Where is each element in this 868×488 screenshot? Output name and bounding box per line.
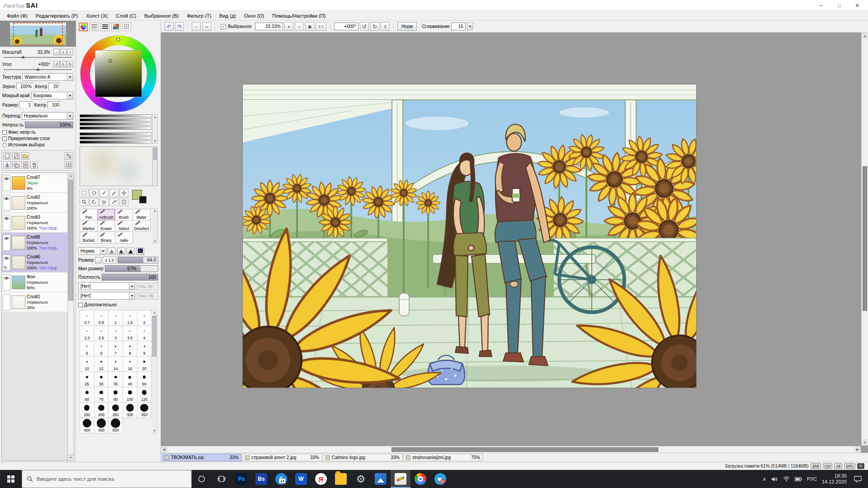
nav-angle-slider[interactable] — [4, 68, 72, 71]
tool-button[interactable]: Pen — [80, 209, 98, 221]
layer-thumbnail[interactable] — [12, 256, 25, 269]
scrollbar-thumb[interactable] — [863, 166, 867, 311]
mixer-strip[interactable] — [80, 132, 151, 136]
vertical-scrollbar[interactable]: ▲ ▼ — [861, 33, 868, 446]
smoothing-field[interactable]: 15 — [451, 23, 466, 30]
document-tab[interactable]: Calmins logo.jpg 33% — [323, 454, 402, 461]
taskbar-app[interactable] — [331, 470, 351, 488]
task-view-button[interactable] — [212, 470, 231, 488]
layer-row[interactable]: ✎ Слой3 Нормально 100% ТексЭфф — [2, 213, 67, 233]
brush-size-option[interactable]: 1.5 — [123, 310, 137, 326]
color-scratchpad[interactable] — [80, 146, 158, 186]
merge-down-button[interactable] — [12, 161, 20, 169]
scroll-down-icon[interactable]: ▼ — [153, 139, 157, 143]
menu-item[interactable]: Вид (д) — [215, 12, 240, 19]
menu-item[interactable]: Редактировать (Р) — [32, 12, 82, 19]
layer-thumbnail[interactable] — [12, 176, 25, 190]
layer-visibility-toggle[interactable]: ✎ — [3, 235, 10, 251]
brush-size-option[interactable]: 300 — [123, 403, 137, 418]
brush-size-option[interactable]: 100 — [123, 387, 137, 403]
zoom-in-button[interactable]: + — [284, 22, 293, 31]
brush-size-option[interactable]: 400 — [80, 418, 94, 433]
checkbox[interactable] — [2, 136, 7, 141]
zoom-actual-button[interactable]: 1:1 — [316, 22, 326, 31]
new-folder-button[interactable] — [21, 152, 29, 160]
menu-item[interactable]: Помощь/Настройки (П) — [269, 12, 330, 19]
layer-special-button[interactable] — [65, 152, 72, 160]
layer-visibility-toggle[interactable]: ✎ — [3, 175, 10, 191]
taskbar-app[interactable]: Bs — [251, 470, 271, 488]
brush-size-option[interactable]: 200 — [94, 403, 109, 418]
brush-size-option[interactable]: 9 — [137, 341, 152, 357]
menu-item[interactable]: Холст (Х) — [82, 12, 112, 19]
brush-shape-flat-button[interactable] — [136, 248, 144, 255]
brush-size-option[interactable]: 8 — [123, 341, 137, 357]
menu-item[interactable]: Выбранное (В) — [140, 12, 183, 19]
brush-size-option[interactable]: 3 — [108, 326, 123, 341]
close-button[interactable]: × — [848, 0, 866, 10]
scrollbar-thumb[interactable] — [152, 316, 156, 357]
chevron-down-icon[interactable] — [67, 113, 73, 119]
brush-size-option[interactable]: 70 — [94, 387, 109, 403]
brush-size-multiplier[interactable]: x 1.0 — [103, 257, 116, 263]
brush-size-option[interactable]: 20 — [137, 357, 152, 372]
chevron-down-icon[interactable] — [129, 292, 135, 299]
taskbar-app[interactable]: W — [291, 470, 311, 488]
chevron-down-icon[interactable] — [67, 74, 73, 80]
brush-shape-soft-button[interactable] — [108, 248, 116, 255]
scratchpad-scrollbar[interactable] — [152, 147, 157, 186]
brush-size-option[interactable]: 16 — [123, 357, 137, 372]
brush-size-option[interactable]: 5 — [80, 341, 94, 357]
size-field[interactable]: 1 — [19, 101, 33, 108]
taskbar-app[interactable]: S 14 — [271, 470, 291, 488]
canvas-viewport[interactable]: ▲ ▼ ◀ ▶ — [161, 33, 868, 453]
taskbar-app[interactable]: Ps — [231, 470, 251, 488]
checkbox[interactable] — [2, 143, 7, 147]
zoom-field[interactable]: 33.33% — [255, 23, 283, 30]
rotate-cw-button[interactable]: ↻ — [370, 22, 379, 31]
advanced-settings-checkbox[interactable] — [78, 303, 83, 307]
mixer-strip[interactable] — [80, 122, 151, 126]
tool-button[interactable]: Marker — [80, 221, 98, 232]
taskbar-app[interactable]: ⚙ — [351, 470, 371, 488]
chevron-down-icon[interactable] — [100, 248, 106, 254]
zoom-out-button[interactable]: − — [295, 22, 304, 31]
nav-zoom-out-button[interactable]: − — [53, 49, 60, 55]
cortana-button[interactable] — [192, 470, 212, 488]
scroll-up-icon[interactable]: ▲ — [154, 210, 156, 212]
brush-size-option[interactable]: 12 — [94, 357, 109, 372]
hue-marker[interactable] — [116, 38, 120, 42]
menu-item[interactable]: Фильтр (Т) — [183, 12, 215, 19]
horizontal-scrollbar[interactable]: ◀ ▶ — [161, 446, 861, 453]
delete-layer-button[interactable] — [30, 161, 38, 169]
sv-marker[interactable] — [108, 59, 112, 63]
rotate-tool-icon[interactable] — [90, 198, 99, 206]
tool-button[interactable]: Eraser — [98, 221, 115, 232]
layer-thumbnail[interactable] — [12, 296, 25, 309]
contrast2-field[interactable]: 100 — [47, 101, 61, 108]
layer-row[interactable]: ✎ Слой1 Нормально 25% — [2, 292, 67, 312]
brush-size-option[interactable]: 2 — [137, 310, 152, 326]
document-tab[interactable]: strahovaniejizni.jpg 75% — [403, 454, 483, 461]
mixer-scrollbar[interactable]: ▲ ▼ — [152, 114, 158, 144]
nav-rotate-cw-button[interactable]: ↻ — [67, 61, 73, 67]
hsv-slider-tab[interactable] — [100, 23, 109, 31]
mixer-strip[interactable] — [80, 136, 151, 140]
pan-tool-icon[interactable] — [119, 198, 128, 206]
layers-scrollbar[interactable]: ▲ ▼ — [67, 173, 74, 460]
scroll-up-icon[interactable]: ▲ — [68, 173, 74, 179]
scrollbar-thumb[interactable] — [392, 447, 658, 452]
rgb-slider-tab[interactable] — [90, 23, 99, 31]
brush-size-option[interactable]: 500 — [108, 418, 123, 433]
nav-rotate-reset-button[interactable]: 0 — [60, 61, 66, 67]
scroll-up-icon[interactable]: ▲ — [153, 311, 156, 314]
lasso-icon[interactable] — [90, 189, 99, 197]
layer-row[interactable]: ✎ Фон Нормально 90% — [2, 272, 67, 292]
rotate-reset-button[interactable]: 0 — [381, 22, 390, 31]
layer-thumbnail[interactable] — [12, 276, 25, 289]
color-wheel-tab[interactable] — [79, 23, 88, 31]
tool-button[interactable]: AirBrush — [98, 209, 115, 221]
layer-row[interactable]: ✎ Слой8 Нормально 100% ТексЭфф — [2, 233, 67, 253]
taskbar-app[interactable]: Я — [311, 470, 331, 488]
document-tab[interactable]: страховой агент 2.jpg 33% — [242, 454, 322, 461]
